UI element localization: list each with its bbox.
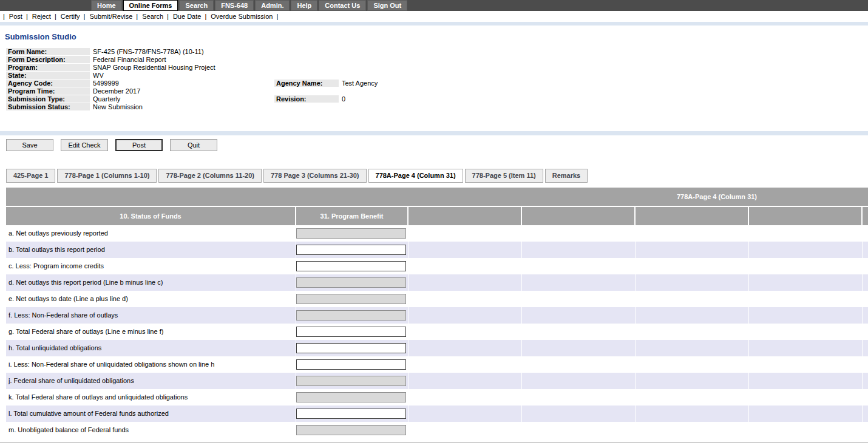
- row-label: m. Unobligated balance of Federal funds: [6, 422, 296, 438]
- amount-input-c[interactable]: [296, 261, 406, 271]
- empty-cell: [636, 274, 749, 291]
- save-button[interactable]: Save: [6, 139, 53, 151]
- info-label: Revision:: [274, 95, 339, 103]
- empty-cell: [409, 225, 522, 242]
- submission-info-table: Form Name: SF-425 (FNS-778/FNS-778A) (10…: [6, 48, 864, 111]
- empty-cell: [636, 406, 749, 422]
- status-of-funds-grid: 778A-Page 4 (Column 31) 10. Status of Fu…: [6, 188, 868, 438]
- info-row: Submission Status: New Submission: [6, 103, 864, 111]
- submenu: Post Reject Certify Submit/Revise Search…: [0, 11, 868, 22]
- row-label: f. Less: Non-Federal share of outlays: [6, 307, 296, 324]
- info-label: Program:: [6, 64, 90, 72]
- empty-cell: [863, 225, 868, 242]
- nav-tab-search[interactable]: Search: [179, 0, 214, 11]
- table-row: d. Net outlays this report period (Line …: [6, 274, 868, 291]
- table-row: b. Total outlays this report period: [6, 242, 868, 258]
- table-row: e. Net outlays to date (Line a plus line…: [6, 291, 868, 307]
- tab-778-page-1[interactable]: 778-Page 1 (Columns 1-10): [57, 169, 157, 183]
- empty-cell: [409, 340, 522, 356]
- nav-tab-fns648[interactable]: FNS-648: [215, 0, 254, 11]
- info-value: Test Agency: [339, 80, 864, 87]
- info-label: Agency Name:: [274, 80, 339, 87]
- empty-cell: [636, 389, 749, 406]
- empty-cell: [863, 389, 868, 406]
- info-row: Agency Code: 5499999 Agency Name: Test A…: [6, 80, 864, 87]
- submenu-link-due-date[interactable]: Due Date: [167, 13, 201, 20]
- empty-cell: [409, 258, 522, 274]
- tab-778-page-5[interactable]: 778-Page 5 (Item 11): [465, 169, 543, 183]
- empty-cell: [863, 274, 868, 291]
- row-label: e. Net outlays to date (Line a plus line…: [6, 291, 296, 307]
- table-row: f. Less: Non-Federal share of outlays: [6, 307, 868, 324]
- row-label: a. Net outlays previously reported: [6, 225, 296, 242]
- empty-cell: [522, 225, 636, 242]
- empty-cell: [863, 340, 868, 356]
- empty-cell: [522, 242, 636, 258]
- amount-input-g[interactable]: [296, 327, 406, 337]
- quit-button[interactable]: Quit: [170, 139, 217, 151]
- tab-remarks[interactable]: Remarks: [545, 169, 588, 183]
- row-label: l. Total cumulative amount of Federal fu…: [6, 406, 296, 422]
- submenu-link-post[interactable]: Post: [3, 13, 22, 20]
- nav-tab-admin[interactable]: Admin.: [255, 0, 290, 11]
- post-button[interactable]: Post: [115, 139, 163, 151]
- submenu-link-reject[interactable]: Reject: [26, 13, 51, 20]
- edit-check-button[interactable]: Edit Check: [61, 139, 108, 151]
- amount-input-b[interactable]: [296, 245, 406, 255]
- submenu-link-certify[interactable]: Certify: [55, 13, 80, 20]
- empty-cell: [522, 258, 636, 274]
- row-label: d. Net outlays this report period (Line …: [6, 274, 296, 291]
- empty-cell: [636, 258, 749, 274]
- column-header-empty: [409, 207, 522, 225]
- nav-tab-home[interactable]: Home: [91, 0, 122, 11]
- amount-input-e: [296, 294, 406, 304]
- row-label: c. Less: Program income credits: [6, 258, 296, 274]
- tab-425-page-1[interactable]: 425-Page 1: [6, 169, 55, 183]
- info-row: State: WV: [6, 72, 864, 80]
- empty-cell: [863, 373, 868, 389]
- row-label: i. Less: Non-Federal share of unliquidat…: [6, 356, 296, 373]
- submenu-link-submit-revise[interactable]: Submit/Revise: [84, 13, 133, 20]
- amount-input-i[interactable]: [296, 359, 406, 370]
- info-value: Quarterly: [90, 95, 274, 103]
- grid-banner-label: 778A-Page 4 (Column 31): [677, 193, 757, 200]
- row-label: g. Total Federal share of outlays (Line …: [6, 324, 296, 340]
- empty-cell: [636, 291, 749, 307]
- empty-cell: [749, 307, 863, 324]
- amount-input-k: [296, 392, 406, 402]
- empty-cell: [749, 274, 863, 291]
- submenu-link-overdue-submission[interactable]: Overdue Submission: [205, 13, 273, 20]
- amount-input-l[interactable]: [296, 409, 406, 419]
- tab-778-page-2[interactable]: 778-Page 2 (Columns 11-20): [158, 169, 262, 183]
- tab-778a-page-4[interactable]: 778A-Page 4 (Column 31): [368, 169, 463, 183]
- row-label: j. Federal share of unliquidated obligat…: [6, 373, 296, 389]
- amount-input-h[interactable]: [296, 343, 406, 353]
- table-row: l. Total cumulative amount of Federal fu…: [6, 406, 868, 422]
- form-page-tabs: 425-Page 1 778-Page 1 (Columns 1-10) 778…: [6, 169, 868, 183]
- nav-tab-online-forms[interactable]: Online Forms: [123, 0, 178, 11]
- nav-tab-contact-us[interactable]: Contact Us: [319, 0, 366, 11]
- table-row: i. Less: Non-Federal share of unliquidat…: [6, 356, 868, 373]
- column-header-empty: [863, 207, 868, 225]
- nav-tab-sign-out[interactable]: Sign Out: [367, 0, 407, 11]
- empty-cell: [522, 406, 636, 422]
- empty-cell: [749, 225, 863, 242]
- empty-cell: [522, 422, 636, 438]
- empty-cell: [749, 373, 863, 389]
- empty-cell: [863, 324, 868, 340]
- info-label: Submission Type:: [6, 95, 90, 103]
- tab-778-page-3[interactable]: 778 Page 3 (Columns 21-30): [263, 169, 367, 183]
- submenu-end-pipe: [274, 13, 278, 20]
- empty-cell: [409, 291, 522, 307]
- submenu-link-search[interactable]: Search: [136, 13, 163, 20]
- info-value: SF-425 (FNS-778/FNS-778A) (10-11): [90, 48, 274, 56]
- empty-cell: [409, 307, 522, 324]
- info-row: Program: SNAP Group Residential Housing …: [6, 64, 864, 72]
- column-header-empty: [522, 207, 636, 225]
- empty-cell: [863, 356, 868, 373]
- info-label: Agency Code:: [6, 80, 90, 87]
- table-row: a. Net outlays previously reported: [6, 225, 868, 242]
- nav-tab-help[interactable]: Help: [291, 0, 317, 11]
- amount-input-d: [296, 277, 406, 288]
- empty-cell: [863, 291, 868, 307]
